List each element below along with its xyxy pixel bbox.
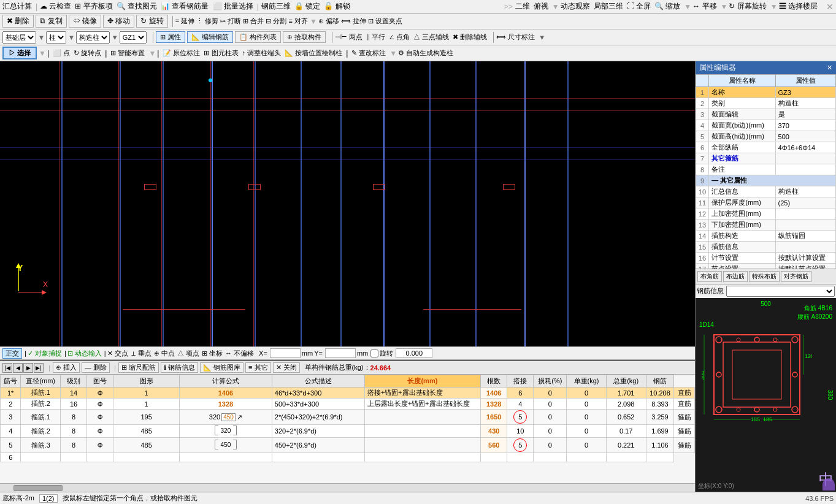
table-row[interactable]: 5 箍筋.3 8 Φ 485 450 — [1, 438, 695, 453]
btn-delete[interactable]: ✖ 删除 — [2, 15, 34, 28]
menu-pingmuxuanzhuan[interactable]: ↻ 屏幕旋转 — [729, 1, 766, 12]
tool-threepointaux[interactable]: △ 三点辅线 — [413, 32, 449, 42]
prop-row[interactable]: 8 备注 — [696, 164, 836, 175]
table-row[interactable]: 4 箍筋.2 8 Φ 485 320 — [1, 425, 695, 438]
btn-rotate[interactable]: ↻ 旋转 — [136, 15, 167, 28]
status-dynaminput[interactable]: ⊡ 动态输入 — [67, 349, 102, 358]
btn-scale-rebar[interactable]: ⊞ 缩尺配筋 — [118, 362, 159, 373]
btn-zhengzhao[interactable]: 正交 — [2, 348, 22, 359]
select-member-id[interactable]: GZ1 — [120, 31, 147, 44]
prop-row[interactable]: 3 截面编辑 是 — [696, 109, 836, 120]
menu-pingyi[interactable]: ↔ 平移 — [692, 1, 716, 12]
btn-property[interactable]: ⊞ 属性 — [156, 31, 185, 43]
prop-row[interactable]: 5 截面高(hi边)(mm) 500 — [696, 131, 836, 142]
prop-row[interactable]: 10 汇总信息 构造柱 — [696, 186, 836, 197]
btn-close[interactable]: ✕ 关闭 — [273, 362, 300, 373]
canvas-main[interactable]: Y X — [0, 61, 695, 346]
btn-mirror[interactable]: ⇔ 镜像 — [69, 15, 101, 28]
prop-editor-close[interactable]: ✕ — [827, 64, 832, 72]
tool-columntable[interactable]: ⊞ 图元柱表 — [204, 48, 238, 58]
tool-autogencol[interactable]: ⚙ 自动生成构造柱 — [398, 48, 453, 58]
input-rotate-check[interactable] — [370, 349, 378, 357]
prop-row[interactable]: 6 全部纵筋 4Φ16+6Φ14 — [696, 142, 836, 153]
select-member-subtype[interactable]: 构造柱 — [76, 31, 110, 44]
menu-dongtai[interactable]: 动态观察 — [561, 1, 590, 12]
tool-smartarrange[interactable]: ⊞ 智能布置 — [110, 48, 145, 58]
status-capture[interactable]: ✓ 对象捕捉 — [28, 349, 62, 358]
nav-last[interactable]: ▶| — [34, 363, 44, 373]
menu-yunjiancha[interactable]: ☁ 云检查 — [40, 1, 71, 12]
menu-jubu3d[interactable]: 局部三维 — [594, 1, 623, 12]
prop-row[interactable]: 12 上加密范围(mm) — [696, 208, 836, 220]
btn-pick-member[interactable]: ⊕ 拾取构件 — [283, 31, 326, 43]
prop-row[interactable]: 14 插筋构造 纵筋锚固 — [696, 231, 836, 242]
status-zuobiao[interactable]: ⊞ 坐标 — [202, 349, 223, 358]
menu-2d[interactable]: 二维 — [515, 1, 530, 12]
table-row[interactable]: 3 箍筋.1 8 Φ 195 320 450 ↗ — [1, 410, 695, 425]
tool-dot[interactable]: ⬜ 点 — [53, 48, 70, 58]
panel-collapse-btn[interactable]: ▶ — [695, 92, 696, 114]
menu-suofang[interactable]: 🔍 缩放 — [654, 1, 680, 12]
prop-row[interactable]: 4 截面宽(bi边)(mm) 370 — [696, 120, 836, 131]
prop-row[interactable]: 13 下加密范围(mm) — [696, 220, 836, 231]
btn-delete-row[interactable]: — 删除 — [82, 362, 110, 373]
h-scrollbar[interactable] — [0, 483, 695, 492]
tool-pointangle[interactable]: ∠ 点角 — [389, 32, 410, 42]
menu-pingqiban[interactable]: ⊞ 平齐板项 — [75, 1, 112, 12]
menu-suoding[interactable]: 🔒 锁定 — [294, 1, 320, 12]
tool-twopoint[interactable]: ⊣⊢ 两点 — [335, 32, 362, 42]
status-bupianyi[interactable]: ↔ 不偏移 — [225, 349, 254, 358]
tool-drawbywall[interactable]: 📐 按墙位置绘制柱 — [285, 48, 342, 58]
menu-quanpin[interactable]: ⛶ 全屏 — [627, 1, 651, 12]
menu-fushi[interactable]: 俯视 — [534, 1, 548, 12]
tool-parallel[interactable]: ∥ 平行 — [366, 32, 385, 42]
prop-row[interactable]: 2 类别 构造柱 — [696, 98, 836, 109]
btn-other[interactable]: ≡ 其它 — [245, 362, 270, 373]
btn-insert[interactable]: ⊕ 插入 — [53, 362, 80, 373]
prop-row[interactable]: 1 名称 GZ3 — [696, 87, 836, 98]
menu-chazhao[interactable]: 🔍 查找图元 — [117, 1, 157, 12]
prop-row[interactable]: 15 插筋信息 — [696, 242, 836, 253]
btn-copy[interactable]: ⧉ 复制 — [36, 15, 66, 28]
table-row[interactable]: 6 — [1, 453, 695, 462]
tool-adjustcolumnhead[interactable]: ↑ 调整柱端头 — [242, 48, 282, 58]
tab-bujiaojin[interactable]: 布角筋 — [697, 271, 722, 282]
status-chuizhi[interactable]: ⊥ 垂点 — [131, 349, 151, 358]
nav-next[interactable]: ▶ — [23, 363, 33, 373]
input-y[interactable] — [325, 348, 356, 358]
tool-modifynotation[interactable]: ✎ 查改标注 — [351, 48, 386, 58]
status-zhongdian[interactable]: ⊕ 中点 — [154, 349, 175, 358]
select-floor[interactable]: 基础层 — [2, 31, 36, 44]
table-row[interactable]: 1* 插筋.1 14 Φ 1 1406 46*d+33*d+300 搭接+锚固+… — [1, 388, 695, 399]
status-xiangdian[interactable]: △ 项点 — [177, 349, 199, 358]
input-x[interactable] — [270, 348, 301, 358]
tab-tesubujin[interactable]: 特殊布筋 — [749, 271, 780, 282]
prop-row[interactable]: 16 计节设置 按默认计算设置 — [696, 253, 836, 264]
prop-row[interactable]: 17 节点设置 按默认节点设置 — [696, 264, 836, 269]
menu-piliang[interactable]: ⬜ 批量选择 — [213, 1, 253, 12]
menu-xuanzejuceng[interactable]: ☰ 选择楼层 — [779, 1, 818, 12]
menu-ganjin3d[interactable]: 钢筋三维 — [261, 1, 291, 12]
btn-member-list[interactable]: 📋 构件列表 — [235, 31, 281, 43]
prop-row[interactable]: 7 其它箍筋 — [696, 153, 836, 164]
table-row[interactable]: 2 插筋.2 16 Φ 1 1328 500+33*d+300 上层露出长度+锚… — [1, 399, 695, 410]
rebar-info-select[interactable] — [726, 286, 835, 297]
btn-rebar-info[interactable]: ℹ 钢筋信息 — [161, 362, 198, 373]
tab-bubiaojin[interactable]: 布边筋 — [723, 271, 748, 282]
tool-rotatepoint[interactable]: ↻ 旋转点 — [74, 48, 101, 58]
menu-huizong[interactable]: 汇总计算 — [2, 1, 32, 12]
tool-inplacenotation[interactable]: 📝 原位标注 — [163, 48, 200, 58]
btn-rebar-diagram[interactable]: 📐 钢筋图库 — [200, 362, 244, 373]
btn-edit-rebar[interactable]: 📐 编辑钢筋 — [187, 31, 233, 43]
nav-prev[interactable]: ◀ — [13, 363, 23, 373]
status-jiaodianjiaodian[interactable]: ✕ 交点 — [107, 349, 128, 358]
btn-move[interactable]: ✥ 移动 — [103, 15, 134, 28]
menu-chakan[interactable]: 📊 查看钢筋量 — [161, 1, 209, 12]
tool-deleteaux[interactable]: ✖ 删除辅线 — [453, 32, 487, 42]
input-rotate-val[interactable] — [396, 348, 432, 358]
table-container[interactable]: 筋号 直径(mm) 级别 图号 图形 计算公式 公式描述 长度(mm) 根数 搭… — [0, 375, 695, 483]
tab-duiqi[interactable]: 对齐钢筋 — [781, 271, 811, 282]
tool-dimension[interactable]: ⟺ 尺寸标注 — [496, 32, 535, 42]
nav-first[interactable]: |◀ — [2, 363, 12, 373]
btn-select[interactable]: ▷ 选择 — [2, 47, 37, 59]
